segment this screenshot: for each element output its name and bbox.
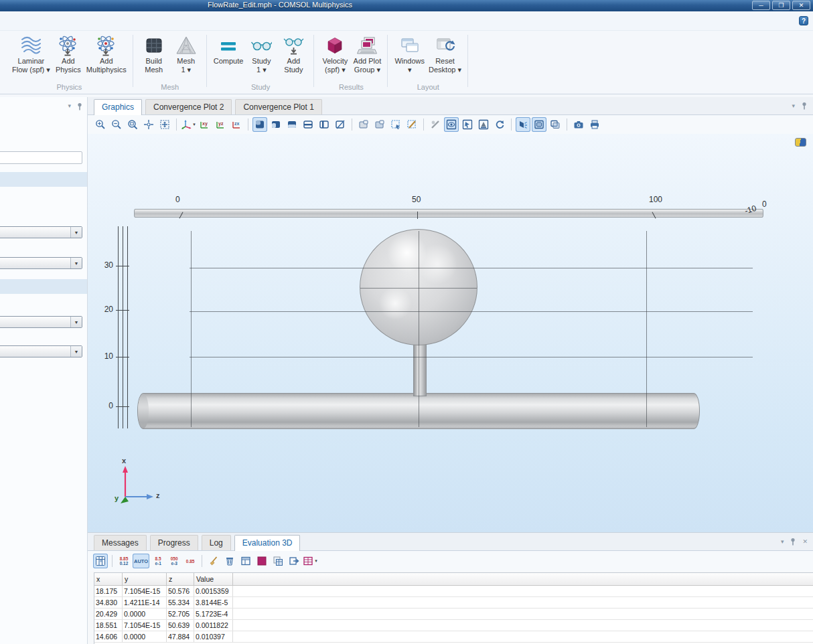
- table-settings-button[interactable]: [238, 554, 253, 568]
- collapse-icon[interactable]: ▾: [68, 102, 71, 110]
- transparency-button[interactable]: [548, 117, 563, 132]
- zx-view-button[interactable]: zx: [229, 117, 244, 132]
- column-header-z[interactable]: z: [167, 573, 194, 585]
- view-preset-1-button[interactable]: [252, 117, 267, 132]
- vertical-pipe-geometry[interactable]: [413, 344, 427, 396]
- view-preset-2-button[interactable]: [269, 117, 283, 132]
- print-button[interactable]: [587, 117, 602, 132]
- settings-dropdown-1[interactable]: ▼: [0, 226, 82, 238]
- pin-icon[interactable]: [76, 102, 83, 110]
- cell-value: 0.0015359: [194, 586, 233, 596]
- zoom-in-button[interactable]: [93, 117, 108, 132]
- full-precision-button[interactable]: 8.850.12: [117, 554, 131, 568]
- settings-section-header[interactable]: [0, 172, 88, 187]
- reset-hiding-button[interactable]: [492, 117, 507, 132]
- add-study-button[interactable]: Add Study: [277, 32, 309, 74]
- tab-convergence-plot-1[interactable]: Convergence Plot 1: [235, 99, 321, 114]
- minimize-button[interactable]: ─: [752, 1, 770, 10]
- windows-button[interactable]: Windows ▾: [392, 32, 427, 74]
- velocity-button[interactable]: Velocity (spf) ▾: [319, 32, 351, 74]
- add-multiphysics-button[interactable]: Add Multiphysics: [84, 32, 129, 74]
- delete-table-button[interactable]: [222, 554, 237, 568]
- environment-reflection-button[interactable]: [532, 117, 546, 132]
- settings-dropdown-2[interactable]: ▼: [0, 257, 82, 269]
- image-export-button[interactable]: [372, 117, 387, 132]
- copy-table-button[interactable]: [271, 554, 285, 568]
- decimal-notation-button[interactable]: 0.85: [183, 554, 198, 568]
- study-1-button[interactable]: Study 1 ▾: [245, 32, 277, 74]
- collapse-icon[interactable]: ▾: [792, 102, 795, 109]
- xy-view-button[interactable]: xy: [197, 117, 212, 132]
- hide-objects-button[interactable]: [428, 117, 443, 132]
- tab-evaluation-3d[interactable]: Evaluation 3D: [234, 535, 301, 551]
- tab-graphics[interactable]: Graphics: [94, 99, 142, 115]
- toolbar-separator: [423, 118, 424, 131]
- scientific-notation-button[interactable]: 8.5e-1: [151, 554, 165, 568]
- image-snapshot-button[interactable]: [356, 117, 371, 132]
- reset-desktop-button[interactable]: Reset Desktop ▾: [427, 32, 463, 74]
- tab-log[interactable]: Log: [202, 535, 231, 550]
- view-preset-6-button[interactable]: [333, 117, 348, 132]
- x-tick-label: 100: [649, 195, 662, 204]
- table-row[interactable]: 14.606 0.0000 47.884 0.010397: [94, 631, 813, 643]
- graphics-badge-icon[interactable]: [795, 138, 806, 147]
- update-table-button[interactable]: [93, 554, 108, 568]
- view-orientation-button[interactable]: ▾: [181, 117, 196, 132]
- pin-icon[interactable]: [801, 102, 808, 110]
- view-preset-4-button[interactable]: [301, 117, 315, 132]
- zoom-out-button[interactable]: [109, 117, 124, 132]
- fit-window-button[interactable]: [157, 117, 172, 132]
- add-physics-button[interactable]: Add Physics: [52, 32, 84, 74]
- cell-x: 18.175: [94, 586, 123, 596]
- zoom-extents-button[interactable]: [141, 117, 156, 132]
- table-display-button[interactable]: ▾: [303, 554, 317, 568]
- table-row[interactable]: 34.830 1.4211E-14 55.334 3.8144E-5: [94, 597, 813, 609]
- tab-progress[interactable]: Progress: [150, 535, 198, 550]
- cell-y: 7.1054E-15: [123, 586, 167, 596]
- collapse-icon[interactable]: ▾: [781, 538, 784, 545]
- restore-button[interactable]: ❐: [772, 1, 790, 10]
- view-preset-3-button[interactable]: [285, 117, 299, 132]
- column-header-x[interactable]: x: [94, 573, 123, 585]
- cell-z: 50.639: [167, 620, 194, 631]
- auto-precision-button[interactable]: AUTO: [133, 554, 149, 568]
- settings-text-input[interactable]: [0, 151, 82, 164]
- clear-table-button[interactable]: [206, 554, 221, 568]
- column-header-y[interactable]: y: [123, 573, 167, 585]
- graphics-canvas[interactable]: 0 50 100 -10 0 30 20 10 0: [88, 134, 813, 532]
- close-button[interactable]: ✕: [792, 1, 810, 10]
- table-row[interactable]: 20.429 0.0000 52.705 5.1723E-4: [94, 609, 813, 620]
- tab-convergence-plot-2[interactable]: Convergence Plot 2: [145, 99, 232, 114]
- engineering-notation-button[interactable]: 050e-3: [167, 554, 181, 568]
- svg-text:zx: zx: [234, 121, 240, 126]
- laminar-flow-button[interactable]: Laminar Flow (spf) ▾: [10, 32, 52, 74]
- hide-selected-button[interactable]: [460, 117, 475, 132]
- plot-color-button[interactable]: [254, 554, 269, 568]
- deselect-box-button[interactable]: [404, 117, 419, 132]
- mesh-1-button[interactable]: Mesh 1 ▾: [170, 32, 202, 74]
- select-box-button[interactable]: [388, 117, 403, 132]
- table-row[interactable]: 18.551 7.1054E-15 50.639 0.0011822: [94, 620, 813, 631]
- pin-icon[interactable]: [790, 538, 796, 546]
- tab-messages[interactable]: Messages: [94, 535, 147, 550]
- snapshot-camera-button[interactable]: [571, 117, 586, 132]
- graphics-panel-controls: ▾: [792, 102, 808, 110]
- compute-button[interactable]: Compute: [212, 32, 246, 66]
- add-plot-group-button[interactable]: Add Plot Group ▾: [351, 32, 383, 74]
- build-mesh-button[interactable]: Build Mesh: [138, 32, 170, 74]
- column-header-value[interactable]: Value: [194, 573, 233, 585]
- table-row[interactable]: 18.175 7.1054E-15 50.576 0.0015359: [94, 586, 813, 597]
- evaluation-toolbar: 8.850.12 AUTO 8.5e-1 050e-3 0.85 ▾: [88, 551, 813, 571]
- help-button[interactable]: ?: [799, 16, 808, 25]
- yz-view-button[interactable]: yz: [213, 117, 228, 132]
- close-panel-icon[interactable]: ✕: [802, 538, 808, 545]
- settings-dropdown-4[interactable]: ▼: [0, 345, 82, 357]
- show-hidden-button[interactable]: [476, 117, 491, 132]
- export-table-button[interactable]: [287, 554, 301, 568]
- zoom-box-button[interactable]: [125, 117, 140, 132]
- scene-light-button[interactable]: [516, 117, 530, 132]
- settings-dropdown-3[interactable]: ▼: [0, 316, 82, 328]
- view-hidden-button[interactable]: [444, 117, 459, 132]
- settings-section-header[interactable]: [0, 279, 88, 294]
- view-preset-5-button[interactable]: [317, 117, 331, 132]
